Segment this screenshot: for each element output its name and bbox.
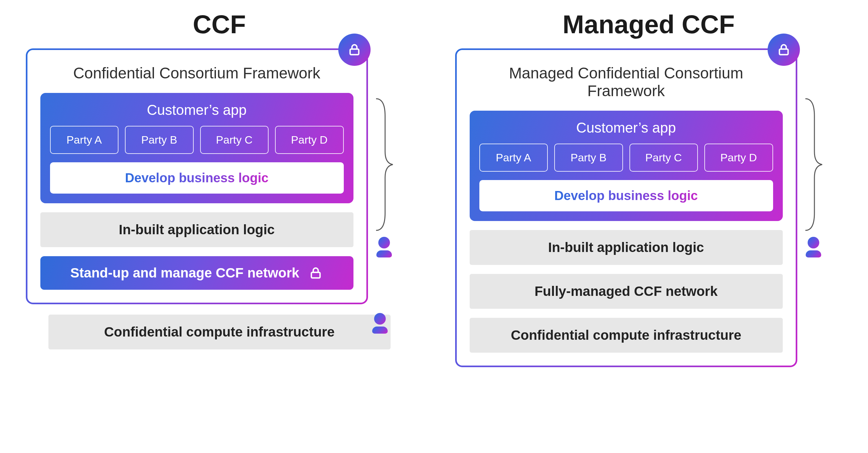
managed-ccf-network-box: Fully-managed CCF network (470, 274, 783, 309)
ccf-standup-label: Stand-up and manage CCF network (70, 265, 299, 281)
person-icon (373, 313, 387, 334)
ccf-panel-heading: Confidential Consortium Framework (40, 64, 353, 82)
managed-ccf-column: Managed CCF Managed Confidential Consort… (455, 10, 842, 367)
managed-ccf-develop-box: Develop business logic (479, 180, 773, 211)
managed-ccf-infra-box: Confidential compute infrastructure (470, 318, 783, 353)
managed-ccf-app-title: Customer’s app (479, 120, 773, 136)
party-box: Party C (200, 126, 269, 154)
party-box: Party A (479, 143, 548, 172)
ccf-panel-wrap: Confidential Consortium Framework Custom… (26, 48, 413, 304)
diagram-root: CCF Confidential Consortium Framework Cu… (13, 10, 855, 367)
svg-rect-2 (779, 49, 788, 55)
managed-ccf-inbuilt-box: In-built application logic (470, 230, 783, 265)
managed-ccf-panel-wrap: Managed Confidential Consortium Framewor… (455, 48, 842, 367)
ccf-user-bracket-top (373, 97, 396, 257)
managed-ccf-parties: Party A Party B Party C Party D (479, 143, 773, 172)
ccf-column: CCF Confidential Consortium Framework Cu… (26, 10, 413, 367)
party-box: Party C (629, 143, 698, 172)
ccf-standup-box: Stand-up and manage CCF network (40, 256, 353, 290)
bracket-icon (373, 97, 396, 232)
ccf-title: CCF (193, 10, 246, 39)
ccf-app-title: Customer’s app (50, 102, 344, 118)
svg-rect-1 (311, 272, 320, 278)
ccf-parties: Party A Party B Party C Party D (50, 126, 344, 154)
bracket-icon (802, 97, 825, 232)
ccf-develop-label: Develop business logic (125, 171, 269, 185)
managed-ccf-app-card: Customer’s app Party A Party B Party C P… (470, 111, 783, 221)
ccf-app-card: Customer’s app Party A Party B Party C P… (40, 93, 353, 203)
managed-ccf-panel-heading: Managed Confidential Consortium Framewor… (470, 64, 783, 100)
party-box: Party D (704, 143, 773, 172)
lock-icon (338, 34, 371, 66)
svg-rect-0 (350, 49, 359, 55)
managed-ccf-title: Managed CCF (563, 10, 735, 39)
ccf-infra-box: Confidential compute infrastructure (49, 315, 391, 349)
party-box: Party B (554, 143, 623, 172)
party-box: Party B (125, 126, 194, 154)
person-icon (806, 237, 820, 257)
party-box: Party D (275, 126, 344, 154)
party-box: Party A (50, 126, 119, 154)
ccf-develop-box: Develop business logic (50, 162, 344, 194)
ccf-panel: Confidential Consortium Framework Custom… (26, 48, 368, 304)
managed-ccf-user-bracket (802, 97, 825, 257)
lock-icon (308, 265, 323, 280)
managed-ccf-panel: Managed Confidential Consortium Framewor… (455, 48, 797, 367)
managed-ccf-develop-label: Develop business logic (554, 188, 698, 203)
ccf-user-bracket-bottom (373, 313, 387, 334)
ccf-inbuilt-box: In-built application logic (40, 212, 353, 247)
person-icon (377, 237, 391, 257)
lock-icon (768, 34, 800, 66)
